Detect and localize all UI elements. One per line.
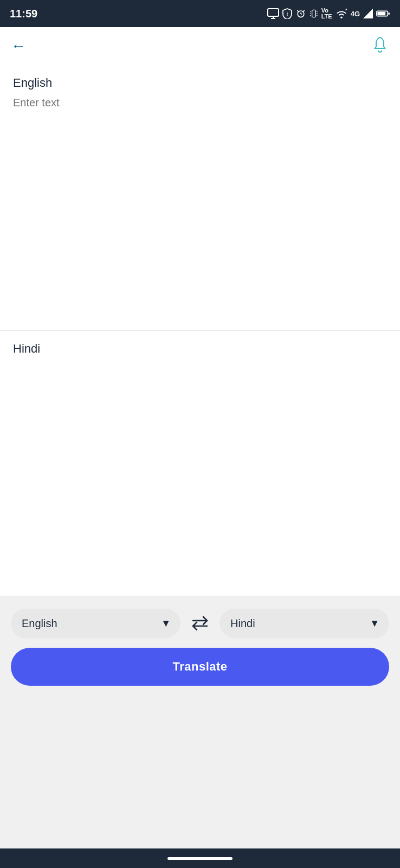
bottom-nav-bar — [0, 848, 400, 868]
svg-line-17 — [345, 9, 347, 10]
svg-line-7 — [297, 10, 299, 12]
vibrate-icon — [309, 8, 318, 19]
home-indicator — [167, 857, 233, 860]
svg-rect-20 — [377, 12, 385, 16]
svg-marker-18 — [363, 9, 373, 18]
main-content: English Hindi — [0, 65, 400, 596]
source-language-select[interactable]: English Hindi Spanish French German — [11, 609, 180, 638]
back-button[interactable]: ← — [11, 37, 26, 55]
target-language-select[interactable]: Hindi English Spanish French German — [220, 609, 389, 638]
nav-bar: ← — [0, 27, 400, 65]
swap-languages-button[interactable] — [188, 611, 212, 635]
svg-rect-9 — [312, 10, 315, 17]
signal-icon — [363, 9, 373, 18]
translate-button[interactable]: Translate — [11, 648, 389, 686]
english-section: English — [0, 65, 400, 331]
status-time: 11:59 — [10, 8, 37, 20]
target-language-label: Hindi — [13, 342, 387, 356]
status-icons: ! VoLTE 4G — [267, 8, 390, 20]
controls-area: English Hindi Spanish French German ▼ Hi… — [0, 596, 400, 697]
svg-line-8 — [303, 10, 305, 12]
source-language-label: English — [13, 76, 387, 90]
notification-bell-icon[interactable] — [371, 35, 389, 58]
source-language-selector[interactable]: English Hindi Spanish French German ▼ — [11, 609, 180, 638]
hindi-section: Hindi — [0, 331, 400, 596]
svg-point-16 — [340, 16, 343, 18]
battery-icon — [376, 10, 390, 17]
shield-icon: ! — [282, 8, 292, 19]
4g-icon: 4G — [351, 10, 360, 18]
alarm-icon — [295, 8, 306, 19]
bottom-space — [0, 697, 400, 848]
svg-text:!: ! — [286, 11, 288, 17]
wifi-icon — [336, 9, 347, 18]
screencast-icon — [267, 8, 279, 19]
target-language-selector[interactable]: Hindi English Spanish French German ▼ — [220, 609, 389, 638]
source-text-input[interactable] — [13, 97, 387, 320]
language-selectors: English Hindi Spanish French German ▼ Hi… — [11, 609, 389, 638]
lte-icon: VoLTE — [321, 8, 332, 20]
status-bar: 11:59 ! Vo — [0, 0, 400, 27]
svg-rect-21 — [388, 12, 390, 15]
svg-rect-0 — [268, 9, 279, 16]
